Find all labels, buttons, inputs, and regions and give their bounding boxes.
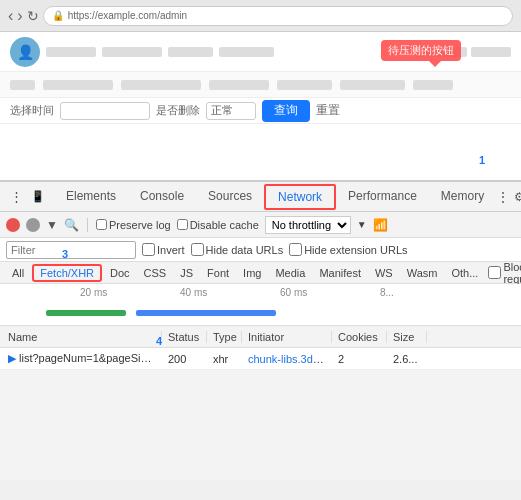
type-doc[interactable]: Doc [104, 266, 136, 280]
browser-refresh-icon[interactable]: ↻ [27, 8, 39, 24]
tb1-cell7 [413, 80, 453, 90]
tab-sources[interactable]: Sources [196, 185, 264, 209]
avatar: 👤 [10, 37, 40, 67]
hide-ext-checkbox[interactable] [289, 243, 302, 256]
td-name: ▶ list?pageNum=1&pageSize=... [2, 352, 162, 365]
blocked-requests-label[interactable]: Blocked requests [488, 261, 521, 285]
blocked-requests-checkbox[interactable] [488, 266, 501, 279]
annotation-num-4: 4 [156, 335, 162, 347]
timeline-bars [6, 302, 515, 325]
timeline-ruler: 20 ms 40 ms 60 ms 8... [0, 284, 521, 302]
tab-console[interactable]: Console [128, 185, 196, 209]
table-header: Name 4 Status Type Initiator Cookies Siz… [0, 326, 521, 348]
invert-label[interactable]: Invert [142, 243, 185, 256]
wifi-icon: 📶 [373, 218, 388, 232]
type-ws[interactable]: WS [369, 266, 399, 280]
right-pill-2 [471, 47, 511, 57]
devtools-panel: ⋮ 📱 Elements Console Sources Network Per… [0, 180, 521, 480]
throttle-select[interactable]: No throttling [265, 216, 351, 234]
tab-memory[interactable]: Memory [429, 185, 496, 209]
page-content-area: 待压测的按钮 👤 选择时间 是否删除 正常 查询 重置 [0, 32, 521, 180]
td-status: 200 [162, 353, 207, 365]
status-value: 正常 [211, 103, 233, 118]
timeline-area: 20 ms 40 ms 60 ms 8... [0, 284, 521, 326]
tick-40ms: 40 ms [180, 287, 207, 298]
page-search-row-1: 选择时间 是否删除 正常 查询 重置 1 [0, 98, 521, 124]
tick-80ms: 8... [380, 287, 394, 298]
type-other[interactable]: Oth... [445, 266, 484, 280]
tab-network[interactable]: Network [264, 184, 336, 210]
tb1-cell5 [277, 80, 332, 90]
nav-pill-3 [168, 47, 213, 57]
filter-icon[interactable]: ▼ [46, 218, 58, 232]
search-button[interactable]: 查询 [262, 100, 310, 122]
table-row[interactable]: ▶ list?pageNum=1&pageSize=... 200 xhr ch… [0, 348, 521, 370]
filter-bar: Invert Hide data URLs Hide extension URL… [0, 238, 521, 262]
filter-input[interactable] [6, 241, 136, 259]
tb1-cell1 [10, 80, 35, 90]
browser-back-icon[interactable]: ‹ [8, 7, 13, 25]
tab-performance[interactable]: Performance [336, 185, 429, 209]
td-type: xhr [207, 353, 242, 365]
type-filter-bar: All Fetch/XHR Doc CSS JS Font Img Media … [0, 262, 521, 284]
devtools-icon-group: ⋮ 📱 [4, 189, 50, 205]
browser-controls: ‹ › ↻ 🔒 https://example.com/admin [8, 6, 513, 26]
type-all[interactable]: All [6, 266, 30, 280]
settings-icon[interactable]: ⚙ [514, 189, 521, 205]
browser-chrome: ‹ › ↻ 🔒 https://example.com/admin [0, 0, 521, 32]
type-font[interactable]: Font [201, 266, 235, 280]
hide-ext-label[interactable]: Hide extension URLs [289, 243, 407, 256]
clear-button[interactable] [26, 218, 40, 232]
address-bar[interactable]: 🔒 https://example.com/admin [43, 6, 513, 26]
status-select[interactable]: 正常 [206, 102, 256, 120]
tick-60ms: 60 ms [280, 287, 307, 298]
cursor-icon[interactable]: ⋮ [8, 189, 24, 205]
search-icon[interactable]: 🔍 [64, 218, 79, 232]
tb1-cell2 [43, 80, 113, 90]
th-size: Size [387, 331, 427, 343]
th-cookies: Cookies [332, 331, 387, 343]
th-status: Status [162, 331, 207, 343]
type-js[interactable]: JS [174, 266, 199, 280]
type-img[interactable]: Img [237, 266, 267, 280]
type-wasm[interactable]: Wasm [401, 266, 444, 280]
th-name: Name [2, 331, 162, 343]
timeline-bar-green [46, 310, 126, 316]
browser-forward-icon[interactable]: › [17, 7, 22, 25]
page-nav-pills [46, 47, 274, 57]
row-expand-icon[interactable]: ▶ [8, 352, 16, 364]
invert-checkbox[interactable] [142, 243, 155, 256]
reset-button[interactable]: 重置 [316, 102, 340, 119]
td-cookies: 2 [332, 353, 387, 365]
tick-20ms: 20 ms [80, 287, 107, 298]
type-media[interactable]: Media [269, 266, 311, 280]
hide-data-urls-label[interactable]: Hide data URLs [191, 243, 284, 256]
disable-cache-label[interactable]: Disable cache [177, 219, 259, 231]
date-input[interactable] [60, 102, 150, 120]
delete-label: 是否删除 [156, 103, 200, 118]
nav-pill-2 [102, 47, 162, 57]
td-size: 2.6... [387, 353, 427, 365]
th-initiator: Initiator [242, 331, 332, 343]
annotation-num-3: 3 [62, 248, 68, 260]
type-manifest[interactable]: Manifest [313, 266, 367, 280]
more-tabs-icon[interactable]: ⋮ [496, 189, 510, 205]
type-css[interactable]: CSS [138, 266, 173, 280]
preserve-log-checkbox[interactable] [96, 219, 107, 230]
nav-pill-4 [219, 47, 274, 57]
th-type: Type [207, 331, 242, 343]
tb1-cell4 [209, 80, 269, 90]
td-initiator: chunk-libs.3d9... [242, 353, 332, 365]
hide-data-urls-checkbox[interactable] [191, 243, 204, 256]
disable-cache-checkbox[interactable] [177, 219, 188, 230]
annotation-num-1: 1 [479, 154, 485, 166]
tab-elements[interactable]: Elements [54, 185, 128, 209]
preserve-log-label[interactable]: Preserve log [96, 219, 171, 231]
throttle-arrow: ▼ [357, 219, 367, 230]
tb1-cell3 [121, 80, 201, 90]
type-fetch-xhr[interactable]: Fetch/XHR [32, 264, 102, 282]
date-label: 选择时间 [10, 103, 54, 118]
initiator-link[interactable]: chunk-libs.3d9... [248, 353, 328, 365]
device-icon[interactable]: 📱 [30, 189, 46, 205]
record-button[interactable] [6, 218, 20, 232]
